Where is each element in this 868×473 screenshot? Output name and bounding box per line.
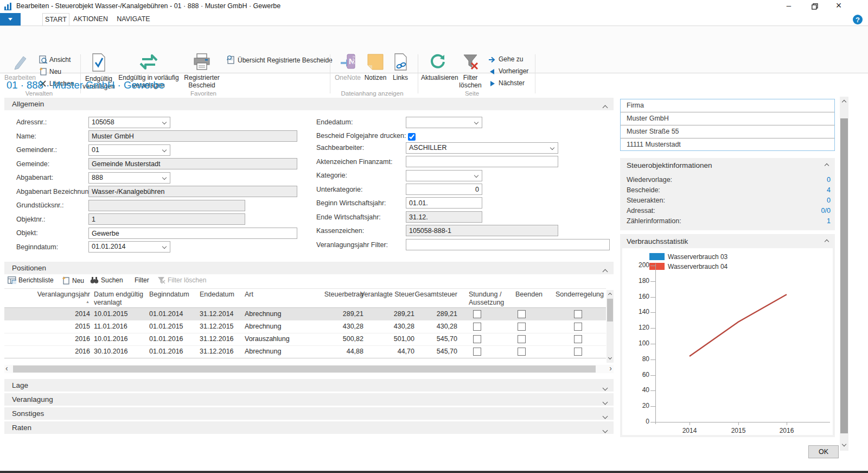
scroll-left-icon[interactable]: ‹ xyxy=(5,364,8,373)
section-header-raten[interactable]: Raten xyxy=(4,421,614,434)
firma-row[interactable]: 11111 Musterstadt xyxy=(621,138,834,152)
column-header-art[interactable]: Art xyxy=(245,291,253,299)
endedatum-combobox[interactable] xyxy=(406,117,482,128)
grid-suchen-button[interactable]: Suchen xyxy=(90,276,123,287)
table-row[interactable]: 2016 10.01.2016 01.01.2016 31.12.2016 Vo… xyxy=(4,333,606,346)
minimize-icon[interactable]: – xyxy=(780,1,797,12)
scroll-down-icon[interactable] xyxy=(607,354,614,361)
naechster-button[interactable]: Nächster xyxy=(488,79,525,90)
grid-neu-button[interactable]: Neu xyxy=(62,276,84,287)
table-row[interactable]: 2016 30.10.2016 01.01.2016 31.12.2016 Ab… xyxy=(4,345,606,358)
column-header-sonderregelung[interactable]: Sonderregelung xyxy=(554,291,604,299)
unterkategorie-field[interactable] xyxy=(406,184,482,195)
column-header-veranlagungsjahr[interactable]: Veranlagungsjahr xyxy=(4,291,90,299)
column-header-stundung[interactable]: Stundung /Aussetzung xyxy=(469,291,504,307)
aktualisieren-button[interactable]: Aktualisieren xyxy=(421,53,455,89)
table-row[interactable]: 2015 11.01.2016 01.01.2015 31.12.2015 Ab… xyxy=(4,320,606,333)
info-value-link[interactable]: 0/0 xyxy=(821,207,831,215)
info-value-link[interactable]: 0 xyxy=(827,197,831,204)
scroll-right-icon[interactable]: › xyxy=(609,364,612,373)
objekt-field[interactable] xyxy=(88,228,297,239)
column-header-veranlagte-steuer[interactable]: Veranlagte Steuer xyxy=(357,291,414,299)
kategorie-combobox[interactable] xyxy=(406,170,482,181)
stundung-checkbox[interactable] xyxy=(473,310,481,318)
grid-filter-button[interactable]: Filter xyxy=(135,276,149,287)
beenden-checkbox[interactable] xyxy=(518,323,526,331)
tab-aktionen[interactable]: AKTIONEN xyxy=(69,13,112,26)
gemeindenr-combobox[interactable]: 01 xyxy=(88,144,170,156)
vorheriger-button[interactable]: Vorheriger xyxy=(488,67,528,78)
beenden-checkbox[interactable] xyxy=(518,348,526,356)
help-button[interactable]: ? xyxy=(853,15,863,24)
field-label: Grundstücksnr.: xyxy=(16,201,64,209)
restore-icon[interactable] xyxy=(806,2,824,12)
neu-button[interactable]: Neu xyxy=(39,67,61,78)
help-icon: ? xyxy=(856,16,860,24)
registrierter-bescheid-button[interactable]: RegistrierterBescheid xyxy=(181,53,222,89)
stundung-checkbox[interactable] xyxy=(473,335,481,343)
sonderregelung-checkbox[interactable] xyxy=(574,310,582,318)
section-header-veranlagung[interactable]: Veranlagung xyxy=(4,393,614,406)
column-header-beginndatum[interactable]: Beginndatum xyxy=(149,291,189,299)
firma-row[interactable]: Muster Straße 55 xyxy=(621,125,834,138)
ansicht-button[interactable]: Ansicht xyxy=(39,55,71,66)
info-value-link[interactable]: 4 xyxy=(827,186,831,194)
sonderregelung-checkbox[interactable] xyxy=(574,348,582,356)
ok-button[interactable]: OK xyxy=(808,445,839,458)
close-icon[interactable]: × xyxy=(830,0,847,12)
section-header-lage[interactable]: Lage xyxy=(4,379,614,392)
chevron-down-icon xyxy=(162,148,167,152)
section-header-sonstiges[interactable]: Sonstiges xyxy=(4,407,614,420)
tab-navigate[interactable]: NAVIGATE xyxy=(112,13,155,26)
stundung-checkbox[interactable] xyxy=(473,323,481,331)
tab-start[interactable]: START xyxy=(42,13,69,26)
info-value-link[interactable]: 1 xyxy=(827,217,831,225)
beenden-checkbox[interactable] xyxy=(518,310,526,318)
app-menu-button[interactable] xyxy=(0,13,21,26)
info-value-link[interactable]: 0 xyxy=(827,176,831,184)
field-label: Ende Wirtschaftsjahr: xyxy=(316,213,381,221)
table-vertical-scrollbar[interactable] xyxy=(607,290,614,363)
bescheid-folgejahre-checkbox[interactable] xyxy=(408,133,416,141)
section-header-allgemein[interactable]: Allgemein xyxy=(4,98,614,110)
beginn-wirtschaftsjahr-field[interactable] xyxy=(406,197,482,209)
sonderregelung-checkbox[interactable] xyxy=(574,323,582,331)
series-line-wasserverbrauch-04 xyxy=(690,294,787,356)
collapse-icon[interactable] xyxy=(825,240,828,243)
column-header-steuerbetrag[interactable]: Steuerbetrag xyxy=(309,291,363,299)
filter-loeschen-button[interactable]: Filterlöschen xyxy=(457,53,484,89)
collapse-icon[interactable] xyxy=(825,164,828,167)
scroll-down-icon[interactable] xyxy=(840,441,848,447)
gehe-zu-button[interactable]: Gehe zu xyxy=(488,55,523,66)
table-row[interactable]: 2014 10.01.2015 01.01.2014 31.12.2014 Ab… xyxy=(4,308,606,320)
sachbearbeiter-combobox[interactable]: ASCHILLER xyxy=(406,142,558,154)
column-header-endedatum[interactable]: Endedatum xyxy=(200,291,234,299)
column-header-gesamtsteuer[interactable]: Gesamtsteuer xyxy=(409,291,457,299)
column-header-beenden[interactable]: Beenden xyxy=(515,291,542,299)
aktenzeichen-finanzamt-field[interactable] xyxy=(406,156,558,167)
veranlagungsjahr-filter-field[interactable] xyxy=(406,239,610,250)
scroll-up-icon[interactable] xyxy=(840,99,848,105)
beenden-checkbox[interactable] xyxy=(518,335,526,343)
firma-factbox[interactable]: Firma Muster GmbH Muster Straße 55 11111… xyxy=(620,99,835,151)
berichtsliste-button[interactable]: Berichtsliste xyxy=(8,276,54,287)
column-header-datum[interactable]: Datum endgültigveranlagt xyxy=(94,291,143,307)
firma-name: Muster GmbH xyxy=(627,115,669,122)
firma-row[interactable]: Muster GmbH xyxy=(621,112,834,125)
stundung-checkbox[interactable] xyxy=(473,348,481,356)
beginndatum-combobox[interactable]: 01.01.2014 xyxy=(88,241,170,253)
title-bar: Bearbeiten - Steuerobjekt Wasser-/Kanalg… xyxy=(0,0,868,13)
firma-row[interactable]: Firma xyxy=(621,99,834,112)
links-button[interactable]: Links xyxy=(390,53,411,89)
section-header-positionen[interactable]: Positionen xyxy=(4,262,614,274)
info-label: Zählerinformation: xyxy=(627,217,681,225)
scroll-up-icon[interactable] xyxy=(607,291,614,298)
horizontal-scrollbar[interactable]: ‹ › xyxy=(4,365,614,373)
uebersicht-bescheide-button[interactable]: Übersicht Registrierte Bescheide xyxy=(227,55,333,66)
notizen-button[interactable]: Notizen xyxy=(362,53,388,89)
page-vertical-scrollbar[interactable] xyxy=(840,97,848,451)
adressnr-combobox[interactable]: 105058 xyxy=(88,117,170,128)
sonderregelung-checkbox[interactable] xyxy=(574,335,582,343)
abgabenart-combobox[interactable]: 888 xyxy=(88,172,170,184)
grid-filter-loeschen-label: Filter löschen xyxy=(168,276,206,284)
